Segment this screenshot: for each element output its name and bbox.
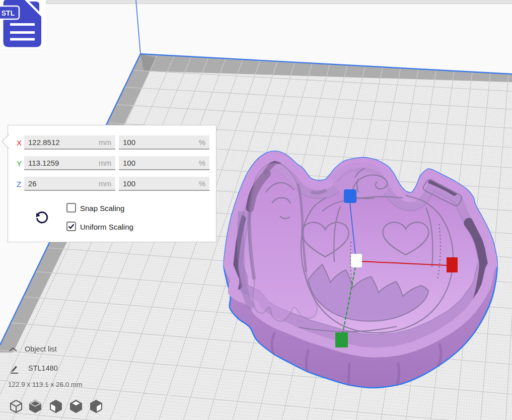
svg-text:STL: STL [2,9,15,17]
